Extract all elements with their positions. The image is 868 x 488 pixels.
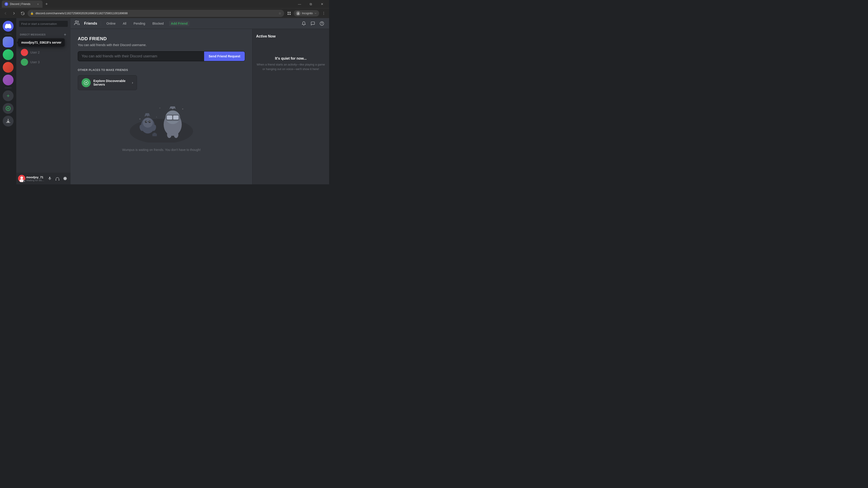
tab-pending[interactable]: Pending (132, 21, 147, 26)
nav-separator (101, 21, 101, 26)
svg-point-12 (20, 176, 23, 179)
dm-header: Direct Messages + (16, 31, 70, 38)
user-status: Waiting for discord.com... (26, 179, 45, 182)
left-panel: Find or start a conversation moodjoy71_0… (16, 18, 70, 184)
mute-button[interactable] (46, 175, 53, 182)
download-apps-button[interactable] (3, 116, 13, 127)
server-tooltip: moodjoy71_03619's server (18, 38, 65, 46)
tab-all[interactable]: All (121, 21, 128, 26)
browser-tab[interactable]: D Discord | Friends × (2, 0, 42, 8)
add-friend-input[interactable] (78, 52, 204, 61)
browser-navbar: 🔒 discord.com/channels/11827258002026169… (0, 8, 329, 18)
url-text: discord.com/channels/1182725800202616983… (35, 11, 277, 15)
server-separator (4, 34, 12, 34)
svg-point-42 (174, 131, 178, 138)
inbox-button[interactable] (309, 20, 316, 27)
wumpus-svg: ✦ ✦ (125, 102, 197, 142)
explore-card[interactable]: Explore Discoverable Servers › (78, 75, 137, 90)
extensions-button[interactable] (285, 10, 293, 17)
home-button[interactable] (3, 21, 13, 32)
forward-button[interactable] (10, 10, 18, 17)
tab-favicon: D (4, 2, 8, 6)
dm-name: User 2 (30, 51, 39, 54)
svg-point-19 (322, 24, 322, 25)
tab-close-button[interactable]: × (36, 2, 40, 6)
dm-avatar (21, 49, 28, 56)
server-item[interactable] (3, 49, 13, 60)
explore-icon (82, 78, 91, 87)
svg-point-24 (143, 118, 153, 128)
user-avatar (18, 175, 25, 182)
nav-bar: Friends Online All Pending Blocked Add F… (70, 18, 329, 29)
svg-text:✦: ✦ (139, 118, 141, 121)
svg-marker-22 (145, 113, 150, 117)
back-button[interactable] (2, 10, 9, 17)
svg-point-8 (323, 13, 324, 13)
svg-point-21 (130, 119, 193, 142)
svg-rect-2 (288, 12, 289, 13)
svg-text:D: D (6, 3, 7, 5)
explore-label: Explore Discoverable Servers (93, 79, 125, 86)
discover-servers-button[interactable] (3, 103, 13, 114)
svg-point-28 (149, 121, 150, 122)
discord-app: + Find or start a conversation moodjoy71… (0, 18, 329, 184)
content-area: ADD FRIEND You can add friends with thei… (70, 29, 329, 184)
add-server-button[interactable]: + (3, 90, 13, 101)
list-item[interactable]: User 3 (18, 57, 69, 67)
tab-blocked[interactable]: Blocked (151, 21, 165, 26)
tab-title: Discord | Friends (10, 2, 34, 6)
browser-titlebar: D Discord | Friends × + — ⧉ ✕ (0, 0, 329, 8)
svg-point-27 (146, 121, 147, 122)
svg-point-41 (167, 131, 172, 138)
deafen-button[interactable] (54, 175, 61, 182)
browser-actions: Incognito (285, 10, 327, 17)
svg-point-17 (75, 21, 77, 23)
server-separator-2 (4, 88, 12, 88)
notifications-button[interactable] (300, 20, 307, 27)
lock-icon: 🔒 (30, 12, 34, 15)
chevron-right-icon: › (132, 80, 133, 85)
dm-add-button[interactable]: + (63, 33, 67, 36)
user-controls (46, 175, 69, 182)
server-item[interactable] (3, 37, 13, 47)
tooltip-text: moodjoy71_03619's server (21, 41, 61, 44)
active-now-title: Active Now (256, 34, 326, 38)
other-places-title: OTHER PLACES TO MAKE FRIENDS (78, 68, 245, 72)
tab-online[interactable]: Online (105, 21, 117, 26)
svg-text:✦: ✦ (156, 116, 157, 118)
add-friend-description: You can add friends with their Discord u… (78, 43, 245, 47)
help-button[interactable] (318, 20, 326, 27)
svg-rect-16 (59, 180, 59, 181)
add-friend-section: ADD FRIEND You can add friends with thei… (70, 29, 252, 184)
menu-button[interactable] (320, 10, 327, 17)
address-bar[interactable]: 🔒 discord.com/channels/11827258002026169… (28, 10, 284, 17)
send-friend-request-button[interactable]: Send Friend Request (204, 52, 245, 61)
wumpus-illustration: ✦ ✦ (78, 97, 245, 146)
status-dot (23, 180, 26, 182)
quiet-title: It's quiet for now... (256, 57, 326, 61)
bookmark-icon: ☆ (278, 11, 281, 15)
nav-title: Friends (84, 22, 97, 26)
wumpus-caption: Wumpus is waiting on friends. You don't … (78, 146, 245, 153)
list-item[interactable]: User 2 (18, 48, 69, 57)
close-button[interactable]: ✕ (317, 0, 327, 8)
maximize-button[interactable]: ⧉ (306, 0, 316, 8)
search-bar[interactable]: Find or start a conversation (19, 21, 68, 27)
tab-add-friend[interactable]: Add Friend (169, 21, 189, 26)
incognito-badge[interactable]: Incognito (293, 10, 319, 17)
new-tab-button[interactable]: + (43, 1, 50, 7)
search-placeholder: Find or start a conversation (21, 22, 57, 26)
dm-name: User 3 (30, 60, 39, 64)
incognito-label: Incognito (302, 12, 313, 15)
friends-icon (74, 20, 80, 27)
svg-rect-46 (153, 133, 156, 134)
quiet-description: When a friend starts an activity—like pl… (256, 62, 326, 71)
reload-button[interactable] (19, 10, 26, 17)
server-item[interactable] (3, 74, 13, 86)
settings-button[interactable] (61, 175, 69, 182)
minimize-button[interactable]: — (294, 0, 305, 8)
window-controls: — ⧉ ✕ (294, 0, 327, 8)
main-content: Friends Online All Pending Blocked Add F… (70, 18, 329, 184)
svg-rect-4 (288, 13, 289, 15)
server-item[interactable] (3, 62, 13, 73)
